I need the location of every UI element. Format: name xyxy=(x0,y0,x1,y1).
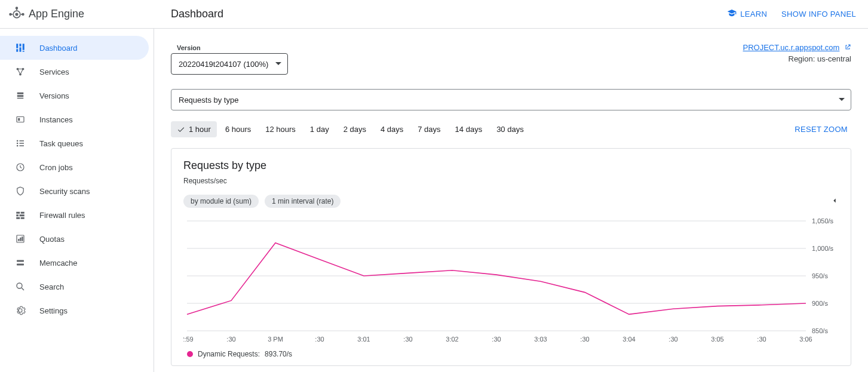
svg-text::30: :30 xyxy=(757,336,766,343)
legend-color-dot xyxy=(187,351,193,357)
time-range-option[interactable]: 1 day xyxy=(304,121,335,137)
svg-text::30: :30 xyxy=(492,336,501,343)
time-range-option[interactable]: 6 hours xyxy=(219,121,257,137)
version-select[interactable]: 20220419t204107 (100%) xyxy=(171,53,288,75)
sidebar-item-instances[interactable]: Instances xyxy=(0,107,154,131)
sidebar-item-settings[interactable]: Settings xyxy=(0,299,154,322)
svg-point-16 xyxy=(19,73,22,76)
svg-rect-33 xyxy=(16,217,20,219)
chart-chip-aggregation[interactable]: by module id (sum) xyxy=(183,195,259,208)
svg-point-15 xyxy=(22,68,24,70)
learn-label: LEARN xyxy=(740,10,767,19)
clock-icon xyxy=(14,162,26,173)
sidebar-item-task-queues[interactable]: Task queues xyxy=(0,131,154,155)
svg-rect-20 xyxy=(17,117,24,122)
svg-rect-38 xyxy=(22,236,23,241)
svg-rect-23 xyxy=(17,143,18,144)
search-icon xyxy=(14,281,26,292)
versions-icon xyxy=(14,90,26,101)
svg-text:3:02: 3:02 xyxy=(446,336,458,343)
svg-text:950/s: 950/s xyxy=(812,272,828,279)
task-queues-icon xyxy=(14,138,26,149)
svg-rect-29 xyxy=(16,212,20,214)
svg-text:900/s: 900/s xyxy=(812,300,828,307)
svg-point-5 xyxy=(16,7,18,9)
quotas-icon xyxy=(14,233,26,244)
svg-rect-8 xyxy=(16,44,18,48)
learn-button[interactable]: LEARN xyxy=(717,8,777,20)
sidebar-item-security-scans[interactable]: Security scans xyxy=(0,179,154,203)
svg-rect-11 xyxy=(16,49,18,52)
sidebar-item-versions[interactable]: Versions xyxy=(0,84,154,107)
sidebar-item-label: Instances xyxy=(39,115,73,124)
time-range-option[interactable]: 2 days xyxy=(338,121,372,137)
svg-point-41 xyxy=(17,283,22,288)
sidebar-item-services[interactable]: Services xyxy=(0,60,154,84)
svg-point-7 xyxy=(22,13,24,15)
svg-rect-26 xyxy=(20,143,24,144)
page-title: Dashboard xyxy=(154,8,223,20)
project-url-link[interactable]: PROJECT.uc.r.appspot.com xyxy=(743,43,840,52)
svg-rect-18 xyxy=(17,95,24,97)
svg-line-42 xyxy=(22,288,24,290)
sidebar-item-dashboard[interactable]: Dashboard xyxy=(0,36,149,60)
svg-text:3:05: 3:05 xyxy=(711,336,723,343)
sidebar-item-cron-jobs[interactable]: Cron jobs xyxy=(0,155,154,179)
legend-series-value: 893.70/s xyxy=(265,350,292,358)
sidebar-item-label: Cron jobs xyxy=(39,163,73,172)
sidebar-item-label: Task queues xyxy=(39,139,83,148)
dashboard-icon xyxy=(14,42,26,53)
svg-rect-30 xyxy=(21,212,24,214)
sidebar-item-search[interactable]: Search xyxy=(0,275,154,299)
time-range-option[interactable]: 12 hours xyxy=(259,121,302,137)
svg-text::30: :30 xyxy=(403,336,412,343)
legend-series-name: Dynamic Requests: xyxy=(198,350,260,358)
gear-icon xyxy=(14,305,26,316)
svg-text:850/s: 850/s xyxy=(812,327,828,334)
sidebar: Dashboard Services Versions Instances Ta… xyxy=(0,29,154,372)
sidebar-item-quotas[interactable]: Quotas xyxy=(0,227,154,251)
external-link-icon xyxy=(844,43,851,52)
sidebar-item-label: Search xyxy=(39,282,64,291)
sidebar-item-label: Quotas xyxy=(39,235,65,244)
svg-rect-40 xyxy=(17,264,24,266)
metric-select[interactable]: Requests by type xyxy=(171,89,851,110)
time-range-option[interactable]: 4 days xyxy=(375,121,409,137)
svg-point-6 xyxy=(10,13,11,15)
time-range-option[interactable]: 1 hour xyxy=(171,121,217,137)
memcache-icon xyxy=(14,257,26,268)
chevron-left-icon[interactable] xyxy=(830,196,839,207)
chart-chip-interval[interactable]: 1 min interval (rate) xyxy=(265,195,341,208)
svg-text:3:06: 3:06 xyxy=(799,336,812,343)
sidebar-item-label: Versions xyxy=(39,91,69,100)
svg-text:3:04: 3:04 xyxy=(622,336,635,343)
services-icon xyxy=(14,66,26,77)
svg-text:1,050/s: 1,050/s xyxy=(812,217,834,225)
reset-zoom-button[interactable]: RESET ZOOM xyxy=(795,125,848,134)
svg-rect-9 xyxy=(20,44,22,47)
sidebar-item-label: Dashboard xyxy=(39,44,78,53)
sidebar-item-label: Firewall rules xyxy=(39,211,85,220)
svg-rect-37 xyxy=(20,238,21,241)
show-info-panel-button[interactable]: SHOW INFO PANEL xyxy=(777,10,868,19)
svg-rect-10 xyxy=(23,44,24,50)
chevron-down-icon xyxy=(275,60,281,69)
svg-text::30: :30 xyxy=(226,336,235,343)
time-range-option[interactable]: 30 days xyxy=(490,121,530,137)
sidebar-item-firewall-rules[interactable]: Firewall rules xyxy=(0,203,154,227)
svg-text:3:01: 3:01 xyxy=(357,336,370,343)
time-range-option[interactable]: 7 days xyxy=(412,121,446,137)
chart-subtitle: Requests/sec xyxy=(183,177,839,185)
sidebar-item-label: Settings xyxy=(39,306,68,315)
project-region: Region: us-central xyxy=(743,54,851,63)
svg-rect-13 xyxy=(23,51,24,52)
time-range-option[interactable]: 14 days xyxy=(449,121,489,137)
metric-select-value: Requests by type xyxy=(179,96,238,104)
svg-rect-22 xyxy=(17,140,18,142)
sidebar-item-memcache[interactable]: Memcache xyxy=(0,251,154,275)
version-select-label: Version xyxy=(171,44,201,51)
svg-rect-17 xyxy=(17,93,24,94)
svg-text:2:59: 2:59 xyxy=(183,336,194,343)
svg-rect-36 xyxy=(18,239,19,241)
svg-rect-31 xyxy=(16,214,19,216)
